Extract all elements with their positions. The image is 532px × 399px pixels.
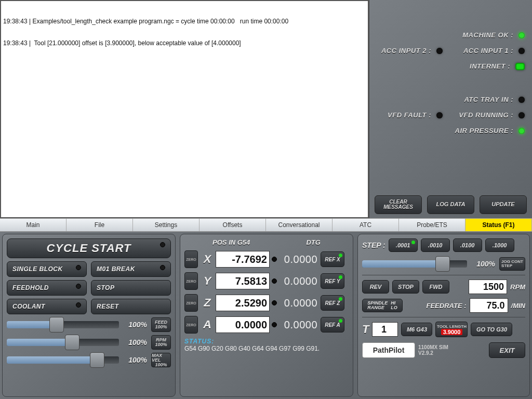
feedrate-unit: /MIN: [511, 302, 525, 310]
acc-input-1-label: ACC INPUT 1 :: [463, 47, 513, 55]
vfd-fault-led: [436, 112, 443, 118]
acc-input-2-led: [436, 48, 443, 54]
zero-x-button[interactable]: ZERO: [184, 250, 198, 268]
m6-g43-button[interactable]: M6 G43: [401, 323, 432, 336]
y-dot-icon: [272, 278, 277, 284]
step-label: STEP :: [362, 241, 385, 249]
tab-probe-ets[interactable]: Probe/ETS: [399, 219, 466, 231]
pos-label: POS IN G54: [212, 238, 250, 246]
stop-button[interactable]: STOP: [91, 280, 171, 296]
coolant-button[interactable]: COOLANT: [7, 299, 87, 314]
internet-led[interactable]: [515, 63, 525, 70]
dtg-x: 0.0000: [280, 254, 317, 265]
dro-panel: POS IN G54DTG ZEROX-7.76920.0000REF X ZE…: [180, 234, 353, 397]
m01-break-button[interactable]: M01 BREAK: [91, 261, 171, 277]
rpm-override-slider[interactable]: [7, 339, 119, 346]
step-0100-button[interactable]: .0100: [453, 238, 482, 252]
feed-tag: FEED100%: [151, 317, 171, 332]
feedrate-label: FEEDRATE :: [427, 302, 467, 310]
spindle-stop-button[interactable]: STOP: [392, 280, 419, 294]
tab-file[interactable]: File: [66, 219, 133, 231]
spindle-fwd-button[interactable]: FWD: [422, 280, 449, 294]
tab-main[interactable]: Main: [0, 219, 66, 231]
go-to-g30-button[interactable]: GO TO G30: [471, 323, 512, 336]
dro-z[interactable]: 2.5290: [216, 295, 270, 311]
x-dot-icon: [272, 257, 277, 262]
message-log[interactable]: 19:38:43 | Examples/tool_length_check ex…: [0, 0, 369, 218]
product-version: 1100MX SIMV2.9.2: [418, 344, 448, 356]
tab-atc[interactable]: ATC: [332, 219, 399, 231]
status-panel: MACHINE OK : ACC INPUT 2 : ACC INPUT 1 :…: [369, 0, 532, 218]
tab-bar: Main File Settings Offsets Conversationa…: [0, 218, 532, 232]
vfd-running-label: VFD RUNNING :: [459, 111, 513, 119]
gcode-line: G54 G90 G20 G80 G40 G64 G94 G97 G99 G91.: [184, 345, 349, 352]
tool-length-indicator: TOOL LENGTH3.9000: [435, 322, 468, 337]
dro-a[interactable]: 0.0000: [216, 316, 270, 333]
feedrate-field[interactable]: 75.0: [470, 298, 508, 313]
log-line: 19:38:43 | Examples/tool_length_check ex…: [3, 18, 366, 25]
vfd-running-led: [518, 112, 525, 118]
ref-y-button[interactable]: REF Y: [321, 273, 344, 289]
log-data-button[interactable]: LOG DATA: [427, 195, 474, 214]
internet-label: INTERNET :: [470, 62, 510, 70]
ref-x-button[interactable]: REF X: [321, 251, 344, 267]
machine-ok-label: MACHINE OK :: [462, 31, 513, 39]
spindle-rev-button[interactable]: REV: [362, 280, 389, 294]
a-dot-icon: [272, 322, 277, 327]
zero-y-button[interactable]: ZERO: [184, 272, 198, 290]
tab-status[interactable]: Status (F1): [466, 219, 532, 231]
dro-x[interactable]: -7.7692: [216, 251, 270, 268]
pathpilot-logo: PathPilot: [362, 342, 415, 358]
rpm-unit: RPM: [510, 283, 525, 291]
zero-a-button[interactable]: ZERO: [184, 316, 198, 334]
maxvel-override-slider[interactable]: [7, 356, 119, 364]
dtg-label: DTG: [306, 238, 320, 246]
acc-input-1-led: [518, 48, 525, 54]
atc-tray-in-label: ATC TRAY IN :: [464, 96, 513, 103]
z-dot-icon: [272, 300, 277, 305]
reset-button[interactable]: RESET: [91, 299, 171, 314]
clear-messages-button[interactable]: CLEAR MESSAGES: [375, 195, 422, 214]
control-panel-left: CYCLE START SINGLE BLOCK M01 BREAK FEEDH…: [2, 234, 176, 397]
tool-number-field[interactable]: 1: [372, 322, 398, 337]
rpm-tag: RPM100%: [151, 335, 171, 350]
status-label: STATUS:: [184, 338, 349, 345]
vfd-fault-label: VFD FAULT :: [388, 111, 431, 119]
air-pressure-led: [518, 128, 525, 134]
jog-spindle-panel: STEP : .0001 .0010 .0100 .1000 100% JOG …: [357, 234, 530, 397]
tab-settings[interactable]: Settings: [133, 219, 200, 231]
jog-cont-step-button[interactable]: JOG CONT STEP: [499, 257, 525, 271]
air-pressure-label: AIR PRESSURE :: [455, 127, 513, 135]
cycle-start-button[interactable]: CYCLE START: [7, 238, 171, 258]
tool-t-label: T: [362, 323, 369, 336]
update-button[interactable]: UPDATE: [480, 195, 527, 214]
ref-z-button[interactable]: REF Z: [321, 295, 344, 311]
zero-z-button[interactable]: ZERO: [184, 294, 198, 312]
acc-input-2-label: ACC INPUT 2 :: [381, 47, 431, 55]
dtg-y: 0.0000: [280, 275, 317, 287]
rpm-field[interactable]: 1500: [469, 280, 507, 294]
jog-override-pct: 100%: [471, 260, 495, 268]
dro-y[interactable]: 7.5813: [216, 273, 270, 289]
machine-ok-led: [518, 32, 525, 38]
jog-override-slider[interactable]: [362, 260, 467, 268]
axis-x: X: [201, 252, 214, 266]
ref-a-button[interactable]: REF A: [321, 317, 344, 332]
single-block-button[interactable]: SINGLE BLOCK: [7, 261, 87, 277]
maxvel-override-pct: 100%: [123, 356, 147, 364]
axis-a: A: [201, 318, 214, 331]
log-line: 19:38:43 | Tool [21.000000] offset is [3…: [3, 39, 366, 47]
tab-conversational[interactable]: Conversational: [266, 219, 332, 231]
exit-button[interactable]: EXIT: [489, 342, 525, 358]
spindle-range-button[interactable]: SPINDLE RANGEHI LO: [362, 299, 403, 312]
step-0010-button[interactable]: .0010: [421, 238, 450, 252]
axis-y: Y: [201, 274, 214, 288]
dtg-a: 0.0000: [280, 319, 317, 331]
step-1000-button[interactable]: .1000: [485, 238, 514, 252]
feedhold-button[interactable]: FEEDHOLD: [7, 280, 87, 296]
tab-offsets[interactable]: Offsets: [200, 219, 266, 231]
feed-override-pct: 100%: [123, 321, 147, 329]
feed-override-slider[interactable]: [7, 321, 119, 328]
step-0001-button[interactable]: .0001: [389, 238, 418, 252]
rpm-override-pct: 100%: [123, 338, 147, 347]
